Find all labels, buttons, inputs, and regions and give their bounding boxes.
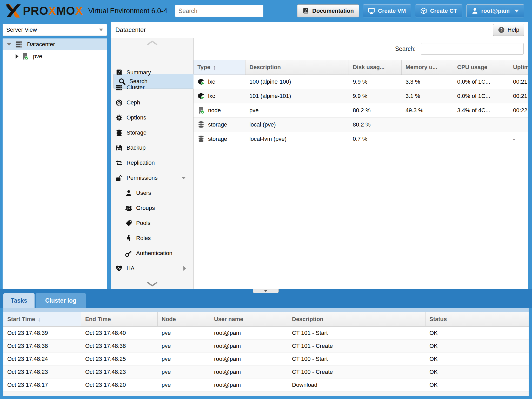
monitor-icon: [368, 8, 375, 14]
splitter-collapse-handle[interactable]: [253, 289, 279, 293]
expander-right-icon[interactable]: [16, 54, 18, 59]
sort-asc-icon: ↑: [213, 64, 216, 71]
nav-item-cluster[interactable]: Cluster: [111, 80, 193, 95]
cell-disk: 9.9 %: [349, 89, 402, 103]
key-icon: [125, 250, 132, 257]
storage-icon: [197, 135, 205, 143]
column-header-disk[interactable]: Disk usag...: [349, 60, 402, 75]
tab-cluster-log[interactable]: Cluster log: [36, 293, 86, 308]
cell-uptime: -: [509, 132, 528, 146]
column-header-user[interactable]: User name: [210, 312, 288, 326]
user-icon: [125, 190, 132, 197]
nav-item-roles[interactable]: Roles: [111, 231, 193, 246]
cell-disk: 80.2 %: [349, 118, 402, 132]
scroll-up-chevron-icon[interactable]: [111, 40, 194, 46]
grid-search-input[interactable]: [421, 43, 524, 55]
ceph-icon: [116, 99, 123, 106]
cell-memory: [402, 118, 453, 132]
documentation-button[interactable]: Documentation: [297, 4, 359, 17]
nav-item-ha[interactable]: HA: [111, 261, 193, 276]
nav-item-summary[interactable]: Summary: [111, 65, 193, 80]
sort-desc-icon: ↓: [38, 316, 41, 323]
column-header-node[interactable]: Node: [158, 312, 210, 326]
heartbeat-icon: [116, 265, 123, 272]
nav-item-pools[interactable]: Pools: [111, 216, 193, 231]
cell-disk: 9.9 %: [349, 75, 402, 89]
column-header-type[interactable]: Type↑: [194, 60, 245, 75]
nav-label: Summary: [127, 69, 151, 76]
help-label: Help: [508, 26, 519, 33]
resource-row-node-pve[interactable]: node pve 80.2 % 49.3 % 3.4% of 4C... 00:…: [194, 103, 528, 118]
nav-label: Ceph: [127, 99, 140, 106]
nav-label: Users: [136, 190, 151, 196]
cell-memory: 49.3 %: [402, 103, 453, 117]
nav-label: Replication: [127, 159, 155, 166]
status-value: OK: [425, 340, 529, 352]
cell-description: 100 (alpine-100): [245, 75, 349, 89]
nav-item-permissions[interactable]: Permissions: [111, 170, 193, 185]
resource-tree: Datacenter pve: [3, 38, 107, 289]
cell-uptime: 00:21:: [509, 75, 528, 89]
resource-row-lxc-101[interactable]: lxc 101 (alpine-101) 9.9 % 3.1 % 0.0% of…: [194, 89, 528, 103]
column-header-status[interactable]: Status: [425, 312, 529, 326]
cell-memory: 3.3 %: [402, 75, 453, 89]
task-row[interactable]: Oct 23 17:48:38 Oct 23 17:48:38 pve root…: [3, 340, 529, 353]
resource-row-storage-local-lvm[interactable]: storage local-lvm (pve) 0.7 % -: [194, 132, 528, 146]
view-selector[interactable]: Server View: [3, 24, 107, 36]
header-buttons: Documentation Create VM Create CT root@p…: [297, 4, 524, 17]
nav-item-options[interactable]: Options: [111, 110, 193, 125]
cell-cpu: 0.0% of 1C...: [453, 89, 509, 103]
tasks-table: Start Time↓ End Time Node User name Desc…: [3, 312, 529, 396]
grid-header-row: Type↑ Description Disk usag... Memory u.…: [194, 60, 528, 75]
create-vm-button[interactable]: Create VM: [363, 4, 411, 17]
grid-search-row: Search:: [194, 38, 528, 60]
column-header-start-time[interactable]: Start Time↓: [3, 312, 81, 326]
nav-item-storage[interactable]: Storage: [111, 125, 193, 140]
task-row[interactable]: Oct 23 17:48:39 Oct 23 17:48:40 pve root…: [3, 327, 529, 340]
proxmox-app: PROXMOX Virtual Environment 6.0-4 Docume…: [0, 0, 532, 399]
column-header-uptime[interactable]: Uptime: [509, 60, 528, 75]
server-icon: [116, 84, 123, 91]
tree-item-pve[interactable]: pve: [3, 50, 107, 62]
scroll-down-chevron-icon[interactable]: [111, 281, 194, 287]
user-menu-label: root@pam: [481, 8, 510, 14]
nav-label: Roles: [136, 235, 151, 242]
user-menu-button[interactable]: root@pam: [466, 4, 524, 17]
view-selector-label: Server View: [6, 26, 37, 33]
nav-item-ceph[interactable]: Ceph: [111, 95, 193, 110]
nav-item-replication[interactable]: Replication: [111, 155, 193, 170]
top-header: PROXMOX Virtual Environment 6.0-4 Docume…: [0, 0, 532, 22]
book-icon: [302, 8, 309, 14]
create-ct-button[interactable]: Create CT: [415, 4, 462, 17]
cell-cpu: 0.0% of 1C...: [453, 75, 509, 89]
datacenter-nav: Search Summary Cluster Ceph Options: [111, 38, 194, 289]
tree-item-datacenter[interactable]: Datacenter: [3, 38, 107, 50]
lxc-icon: [197, 92, 205, 100]
column-header-description[interactable]: Description: [245, 60, 349, 75]
resource-row-lxc-100[interactable]: lxc 100 (alpine-100) 9.9 % 3.3 % 0.0% of…: [194, 75, 528, 89]
global-search-input[interactable]: [175, 5, 263, 17]
help-button[interactable]: ? Help: [493, 24, 524, 36]
page-title: Datacenter: [115, 26, 146, 34]
cell-cpu: [453, 132, 509, 146]
status-value: OK: [425, 327, 529, 339]
column-header-memory[interactable]: Memory u...: [402, 60, 453, 75]
task-row[interactable]: Oct 23 17:48:23 Oct 23 17:48:23 pve root…: [3, 365, 529, 378]
tab-tasks[interactable]: Tasks: [3, 293, 35, 308]
resource-row-storage-local[interactable]: storage local (pve) 80.2 % -: [194, 118, 528, 132]
task-row[interactable]: Oct 23 17:48:17 Oct 23 17:48:20 pve root…: [3, 378, 529, 391]
nav-label: HA: [127, 265, 135, 272]
nav-item-backup[interactable]: Backup: [111, 140, 193, 155]
tasks-top-strip: [3, 308, 529, 312]
expander-down-icon[interactable]: [7, 43, 11, 46]
nav-label: Groups: [136, 205, 155, 211]
task-row[interactable]: Oct 23 17:48:24 Oct 23 17:48:25 pve root…: [3, 353, 529, 365]
caret-down-icon: [264, 290, 268, 292]
nav-item-authentication[interactable]: Authentication: [111, 246, 193, 261]
cell-uptime: 00:22:: [509, 103, 528, 117]
column-header-cpu[interactable]: CPU usage: [453, 60, 509, 75]
column-header-end-time[interactable]: End Time: [81, 312, 158, 326]
column-header-description[interactable]: Description: [288, 312, 425, 326]
nav-item-users[interactable]: Users: [111, 185, 193, 201]
nav-item-groups[interactable]: Groups: [111, 201, 193, 216]
